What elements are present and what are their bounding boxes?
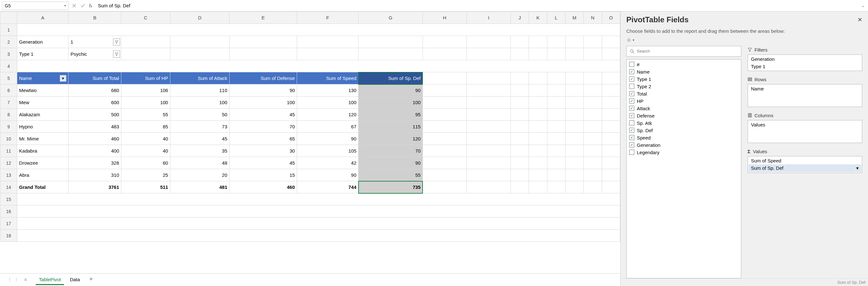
pivot-cell[interactable]: 100 bbox=[170, 96, 229, 108]
pivot-cell[interactable]: 115 bbox=[359, 121, 423, 133]
row-header[interactable]: 11 bbox=[0, 145, 17, 157]
cell[interactable] bbox=[466, 157, 510, 169]
filter-dropdown-icon[interactable] bbox=[113, 51, 120, 58]
pivot-name-cell[interactable]: Mr. Mime bbox=[17, 133, 68, 145]
pivot-cell[interactable]: 45 bbox=[229, 157, 297, 169]
pivot-cell[interactable]: 90 bbox=[297, 169, 359, 181]
field-list[interactable]: #NameType 1Type 2TotalHPAttackDefenseSp.… bbox=[626, 59, 741, 279]
col-header[interactable]: A bbox=[17, 12, 68, 24]
cell[interactable] bbox=[466, 145, 510, 157]
confirm-icon[interactable] bbox=[80, 3, 85, 8]
cell[interactable] bbox=[565, 157, 583, 169]
row-header[interactable]: 12 bbox=[0, 157, 17, 169]
cell[interactable] bbox=[297, 48, 359, 60]
col-header[interactable]: B bbox=[68, 12, 121, 24]
field-item[interactable]: Name bbox=[628, 68, 739, 75]
pivot-name-cell[interactable]: Drowzee bbox=[17, 157, 68, 169]
cell[interactable] bbox=[510, 85, 529, 96]
cell[interactable] bbox=[547, 108, 565, 121]
cell[interactable] bbox=[547, 85, 565, 96]
pivot-cell[interactable]: 40 bbox=[121, 145, 170, 157]
cell[interactable] bbox=[584, 133, 602, 145]
cell[interactable] bbox=[602, 96, 620, 108]
col-header[interactable]: N bbox=[584, 12, 602, 24]
col-header[interactable]: G bbox=[359, 12, 423, 24]
filter-value[interactable]: Psychic bbox=[68, 48, 121, 60]
cell[interactable] bbox=[510, 169, 529, 181]
cell[interactable] bbox=[547, 157, 565, 169]
pivot-header[interactable]: Sum of Defense bbox=[229, 72, 297, 85]
pivot-name-cell[interactable]: Kadabra bbox=[17, 145, 68, 157]
field-item[interactable]: Type 2 bbox=[628, 83, 739, 90]
cell[interactable] bbox=[17, 205, 620, 218]
cell[interactable] bbox=[602, 36, 620, 48]
cell[interactable] bbox=[584, 181, 602, 193]
pivot-cell[interactable]: 42 bbox=[297, 157, 359, 169]
checkbox[interactable] bbox=[629, 62, 634, 67]
pivot-cell[interactable]: 483 bbox=[68, 121, 121, 133]
cell[interactable] bbox=[529, 145, 547, 157]
row-header[interactable]: 2 bbox=[0, 36, 17, 48]
chevron-down-icon[interactable]: ▾ bbox=[64, 4, 66, 7]
cell[interactable] bbox=[565, 145, 583, 157]
cell[interactable] bbox=[17, 218, 620, 230]
cell[interactable] bbox=[466, 181, 510, 193]
pivot-cell[interactable]: 100 bbox=[297, 96, 359, 108]
pivot-header[interactable]: Name ▾ bbox=[17, 72, 68, 85]
row-header[interactable]: 17 bbox=[0, 218, 17, 230]
pivot-cell[interactable]: 120 bbox=[359, 133, 423, 145]
cell[interactable] bbox=[510, 145, 529, 157]
pivot-cell[interactable]: 100 bbox=[359, 96, 423, 108]
cell[interactable] bbox=[565, 96, 583, 108]
cell[interactable] bbox=[466, 36, 510, 48]
col-header[interactable]: L bbox=[547, 12, 565, 24]
zone-item[interactable]: Type 1 bbox=[749, 63, 862, 70]
cell[interactable] bbox=[529, 108, 547, 121]
pivot-cell[interactable]: 328 bbox=[68, 157, 121, 169]
pivot-cell[interactable]: 60 bbox=[121, 157, 170, 169]
pivot-cell[interactable]: 90 bbox=[359, 157, 423, 169]
grand-total-cell[interactable]: 481 bbox=[170, 181, 229, 193]
expand-formula-bar-icon[interactable]: ⌄ bbox=[860, 3, 866, 8]
zone-values[interactable]: Sum of Speed Sum of Sp. Def ▾ bbox=[748, 156, 863, 173]
cell[interactable] bbox=[547, 72, 565, 85]
cell[interactable] bbox=[547, 96, 565, 108]
cell[interactable] bbox=[602, 48, 620, 60]
checkbox[interactable] bbox=[629, 91, 634, 96]
cell[interactable] bbox=[584, 48, 602, 60]
grid[interactable]: A B C D E F G H I J K L M N O bbox=[0, 11, 620, 242]
pivot-cell[interactable]: 90 bbox=[359, 85, 423, 96]
cell[interactable] bbox=[529, 181, 547, 193]
cell[interactable] bbox=[565, 85, 583, 96]
cell[interactable] bbox=[510, 48, 529, 60]
cell[interactable] bbox=[510, 157, 529, 169]
cell[interactable] bbox=[547, 181, 565, 193]
filter-label[interactable]: Type 1 bbox=[17, 48, 68, 60]
pivot-cell[interactable]: 35 bbox=[170, 145, 229, 157]
col-header[interactable]: F bbox=[297, 12, 359, 24]
pivot-cell[interactable]: 130 bbox=[297, 85, 359, 96]
cell[interactable] bbox=[565, 48, 583, 60]
checkbox[interactable] bbox=[629, 142, 634, 148]
cell[interactable] bbox=[423, 96, 466, 108]
cell[interactable] bbox=[529, 121, 547, 133]
checkbox[interactable] bbox=[629, 98, 634, 103]
fields-search[interactable]: Search bbox=[626, 46, 741, 57]
cell[interactable] bbox=[529, 85, 547, 96]
cell[interactable] bbox=[565, 133, 583, 145]
cell[interactable] bbox=[584, 121, 602, 133]
field-item[interactable]: Sp. Atk bbox=[628, 120, 739, 127]
pivot-cell[interactable]: 310 bbox=[68, 169, 121, 181]
cell[interactable] bbox=[510, 72, 529, 85]
col-header[interactable]: E bbox=[229, 12, 297, 24]
field-item[interactable]: Total bbox=[628, 90, 739, 97]
col-header[interactable]: H bbox=[423, 12, 466, 24]
cell[interactable] bbox=[529, 36, 547, 48]
cell[interactable] bbox=[510, 133, 529, 145]
formula-input[interactable] bbox=[96, 2, 858, 10]
pivot-cell[interactable]: 48 bbox=[170, 157, 229, 169]
cell[interactable] bbox=[584, 72, 602, 85]
checkbox[interactable] bbox=[629, 76, 634, 82]
cell[interactable] bbox=[547, 133, 565, 145]
cell[interactable] bbox=[510, 121, 529, 133]
